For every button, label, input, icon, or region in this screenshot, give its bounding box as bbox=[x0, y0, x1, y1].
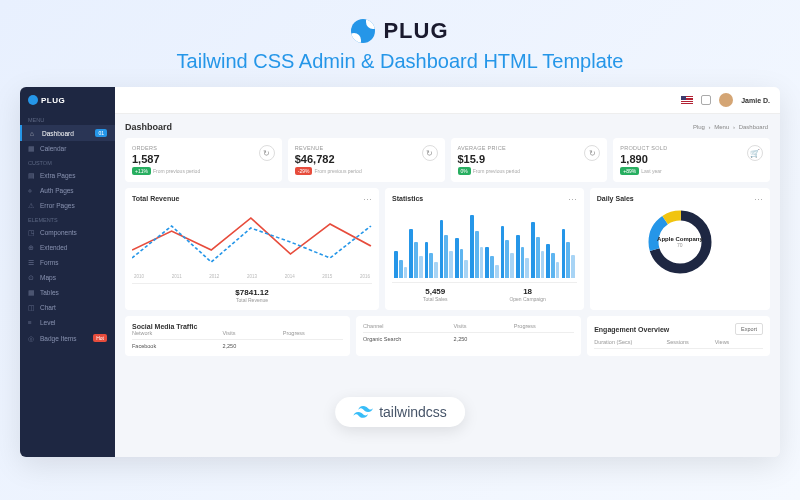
tables-row: Social Media Traffic Network Visits Prog… bbox=[125, 316, 770, 356]
more-icon[interactable]: ⋯ bbox=[568, 195, 577, 205]
breadcrumb: Plug › Menu › Dashboard bbox=[691, 124, 770, 130]
revenue-icon: ↻ bbox=[422, 145, 438, 161]
hot-badge: Hot bbox=[93, 334, 107, 342]
cell bbox=[514, 336, 574, 342]
stat-change: -29% From previous period bbox=[295, 167, 438, 175]
table-engagement: Engagement Overview Export Duration (Sec… bbox=[587, 316, 770, 356]
sidebar-item-label: Extended bbox=[40, 244, 67, 251]
bar-chart bbox=[392, 206, 577, 278]
stat-label: REVENUE bbox=[295, 145, 438, 151]
table-header-row: Network Visits Progress bbox=[132, 330, 343, 340]
more-icon[interactable]: ⋯ bbox=[363, 195, 372, 205]
col-header: Channel bbox=[363, 323, 453, 329]
sidebar-section-menu: Menu bbox=[20, 113, 115, 125]
sidebar-badge: 01 bbox=[95, 129, 107, 137]
sidebar-item-calendar[interactable]: ▦ Calendar bbox=[20, 141, 115, 156]
form-icon: ☰ bbox=[28, 259, 35, 266]
sidebar-item-forms[interactable]: ☰ Forms bbox=[20, 255, 115, 270]
chart-title: Statistics bbox=[392, 195, 577, 202]
sidebar-item-chart[interactable]: ◫ Chart bbox=[20, 300, 115, 315]
page-header: Dashboard Plug › Menu › Dashboard bbox=[125, 122, 770, 132]
stat-change: +11% From previous period bbox=[132, 167, 275, 175]
hero-subtitle: Tailwind CSS Admin & Dashboard HTML Temp… bbox=[177, 50, 624, 73]
sidebar-item-tables[interactable]: ▦ Tables bbox=[20, 285, 115, 300]
sidebar-section-elements: Elements bbox=[20, 213, 115, 225]
table-social: Social Media Traffic Network Visits Prog… bbox=[125, 316, 350, 356]
hero-banner: PLUG Tailwind CSS Admin & Dashboard HTML… bbox=[177, 18, 624, 73]
stat-card-orders: ↻ ORDERS 1,587 +11% From previous period bbox=[125, 138, 282, 182]
sidebar-item-level[interactable]: ≡ Level bbox=[20, 315, 115, 330]
flag-icon[interactable] bbox=[681, 96, 693, 104]
col-header: Views bbox=[715, 339, 763, 345]
sidebar-item-error[interactable]: ⚠ Error Pages bbox=[20, 198, 115, 213]
hero-logo: PLUG bbox=[177, 18, 624, 44]
cell: 2,250 bbox=[454, 336, 514, 342]
cell: Facebook bbox=[132, 343, 222, 349]
export-button[interactable]: Export bbox=[735, 323, 763, 335]
user-name[interactable]: Jamie D. bbox=[741, 97, 770, 104]
donut-value: 70 bbox=[657, 242, 703, 248]
orders-icon: ↻ bbox=[259, 145, 275, 161]
footer-value: 5,459 bbox=[423, 287, 447, 296]
box-icon: ◳ bbox=[28, 229, 35, 236]
sidebar-item-label: Auth Pages bbox=[40, 187, 74, 194]
chart-title: Daily Sales bbox=[597, 195, 763, 202]
warning-icon: ⚠ bbox=[28, 202, 35, 209]
stat-change: 0% From previous period bbox=[458, 167, 601, 175]
sidebar-item-label: Chart bbox=[40, 304, 56, 311]
sidebar-brand: PLUG bbox=[41, 96, 65, 105]
col-header: Progress bbox=[283, 330, 343, 336]
sidebar-item-label: Components bbox=[40, 229, 77, 236]
stat-value: 1,587 bbox=[132, 153, 275, 165]
sidebar-logo[interactable]: PLUG bbox=[20, 95, 115, 113]
stat-pill: -29% bbox=[295, 167, 313, 175]
table-header: Engagement Overview Export bbox=[594, 323, 763, 335]
col-header: Duration (Secs) bbox=[594, 339, 666, 345]
stat-change: +89% Last year bbox=[620, 167, 763, 175]
tailwind-icon bbox=[353, 406, 373, 418]
sidebar-item-extra[interactable]: ▤ Extra Pages bbox=[20, 168, 115, 183]
sidebar-item-dashboard[interactable]: ⌂ Dashboard 01 bbox=[20, 125, 115, 141]
more-icon[interactable]: ⋯ bbox=[754, 195, 763, 205]
stat-pill: +89% bbox=[620, 167, 639, 175]
sidebar-item-label: Extra Pages bbox=[40, 172, 75, 179]
charts-row: Total Revenue ⋯ 201020112012201320142015… bbox=[125, 188, 770, 310]
footer-value: $7841.12 bbox=[235, 288, 268, 297]
sidebar-item-label: Error Pages bbox=[40, 202, 75, 209]
col-header: Visits bbox=[222, 330, 282, 336]
sidebar-item-extended[interactable]: ⊕ Extended bbox=[20, 240, 115, 255]
plus-icon: ⊕ bbox=[28, 244, 35, 251]
page-title: Dashboard bbox=[125, 122, 172, 132]
sidebar-item-label: Badge Items bbox=[40, 335, 77, 342]
sidebar-item-label: Dashboard bbox=[42, 130, 74, 137]
stat-label: PRODUCT SOLD bbox=[620, 145, 763, 151]
calendar-icon: ▦ bbox=[28, 145, 35, 152]
sidebar-item-auth[interactable]: ⎆ Auth Pages bbox=[20, 183, 115, 198]
stat-value: $15.9 bbox=[458, 153, 601, 165]
sidebar-item-badge[interactable]: ◎ Badge Items Hot bbox=[20, 330, 115, 346]
line-chart bbox=[132, 206, 372, 274]
avatar[interactable] bbox=[719, 93, 733, 107]
home-icon: ⌂ bbox=[30, 130, 37, 137]
stats-row: ↻ ORDERS 1,587 +11% From previous period… bbox=[125, 138, 770, 182]
sidebar-item-maps[interactable]: ⊙ Maps bbox=[20, 270, 115, 285]
col-header: Network bbox=[132, 330, 222, 336]
footer-label: Open Campaign bbox=[509, 296, 545, 302]
breadcrumb-item[interactable]: Plug bbox=[693, 124, 705, 130]
chart-card-statistics: Statistics ⋯ 5,459 Total Sales 18 Open C… bbox=[385, 188, 584, 310]
breadcrumb-item: Dashboard bbox=[739, 124, 768, 130]
table-title: Social Media Traffic bbox=[132, 323, 343, 330]
stat-value: 1,890 bbox=[620, 153, 763, 165]
stat-value: $46,782 bbox=[295, 153, 438, 165]
table-title: Engagement Overview bbox=[594, 326, 669, 333]
sidebar-item-components[interactable]: ◳ Components bbox=[20, 225, 115, 240]
table-row: Organic Search 2,250 bbox=[363, 333, 574, 342]
x-axis: 2010201120122013201420152016 bbox=[132, 274, 372, 279]
donut-center: Apple Company 70 bbox=[657, 236, 703, 248]
breadcrumb-item[interactable]: Menu bbox=[714, 124, 729, 130]
chart-icon: ◫ bbox=[28, 304, 35, 311]
fullscreen-icon[interactable] bbox=[701, 95, 711, 105]
sidebar-logo-icon bbox=[28, 95, 38, 105]
table-channel: Channel Visits Progress Organic Search 2… bbox=[356, 316, 581, 356]
cell bbox=[283, 343, 343, 349]
